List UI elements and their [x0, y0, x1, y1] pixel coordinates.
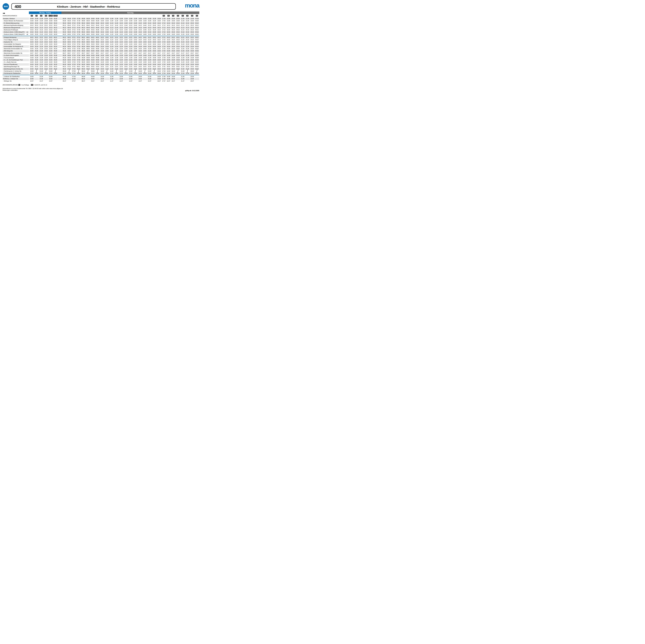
time-cell: 10.40: [104, 22, 110, 24]
time-cell: 21.31: [180, 65, 185, 68]
time-cell: 15.24: [147, 43, 152, 45]
time-cell: 19.24: [29, 43, 34, 45]
detour-route-icon: [87, 69, 89, 73]
time-cell: 19.32: [171, 68, 176, 70]
time-cell: 20.24: [176, 43, 180, 45]
time-cell: 12.09: [119, 20, 124, 22]
time-cell: 09.27: [90, 52, 95, 54]
time-cell: 12.21: [119, 36, 124, 39]
timetable-row: - H.-v.-B.-Str./Hoefelmayer Park19.2920.…: [3, 59, 202, 61]
section-spacer-cell: [58, 57, 62, 59]
time-cell: 23.29: [190, 61, 195, 63]
stop-name-cell: - Bahnhofstr./Immenstädter Str.: [3, 52, 29, 54]
time-cell: 16.29: [157, 61, 161, 63]
time-cell: 10.15: [100, 29, 104, 31]
arrival-departure-label: ab: [27, 33, 28, 35]
time-cell: 11.35: [110, 75, 114, 78]
time-cell: 21.13: [39, 27, 44, 29]
time-cell: 20.21: [34, 36, 39, 39]
time-cell: 18.29: [166, 63, 171, 65]
time-cell: 19.26: [171, 50, 176, 52]
time-cell: 12.26: [119, 50, 124, 52]
time-cell: 23.27: [48, 52, 53, 54]
time-cell: 09.59: [95, 61, 100, 63]
time-cell: 21.08: [39, 18, 44, 20]
time-cell: 23.29: [190, 63, 195, 65]
time-cell: 20.09: [34, 20, 39, 22]
time-cell: 23.37: [48, 80, 53, 82]
time-cell: 22.31: [185, 65, 190, 68]
stop-name-cell: - H.-v.-B.-Str./Hoefelmayer Park: [3, 59, 29, 61]
legend-hs-text: = nicht 24. und 31.12.: [34, 84, 47, 86]
time-cell: 08.21: [81, 36, 86, 39]
time-cell: 23.29: [48, 61, 53, 63]
time-cell: 07.29: [71, 63, 76, 65]
time-cell: 15.16: [147, 31, 152, 33]
badge-slot: [147, 15, 152, 17]
time-cell: 09.58: [95, 57, 100, 59]
time-cell: 17.34: [161, 72, 166, 74]
time-cell: 00.20: [53, 33, 58, 35]
time-cell: 00.24: [53, 45, 58, 48]
time-cell: 22.29: [185, 59, 190, 61]
time-cell: 08.59: [86, 63, 90, 65]
time-cell: 15.52: [152, 39, 157, 41]
time-cell: 16.37: [157, 80, 161, 82]
time-cell: 07.13: [71, 27, 76, 29]
arrival-departure-label: an: [27, 31, 28, 33]
time-cell: 14.59: [143, 63, 147, 65]
time-cell: 10.26: [100, 50, 104, 52]
time-cell: 09.56: [95, 50, 100, 52]
time-cell: 08.54: [86, 43, 90, 45]
time-cell: 12.10: [119, 22, 124, 24]
time-cell: 09.29: [90, 61, 95, 63]
header: BUS 400 Klinikum - Zentrum - Hbf - Stadt…: [0, 0, 202, 10]
badge-slot: [71, 15, 76, 17]
time-cell: 21.28: [180, 57, 185, 59]
valid-from-date: gültig ab: 14.12.2025: [185, 90, 199, 91]
stop-name-cell: - Serrostr./Pfaudlerweg: [3, 63, 29, 65]
time-cell: 09.24: [90, 45, 95, 48]
time-cell: 20.29: [34, 59, 39, 61]
section-spacer-cell: [58, 45, 62, 48]
time-cell: [133, 80, 138, 82]
time-cell: 10.58: [104, 57, 110, 59]
time-cell: 07.56: [76, 50, 81, 52]
time-cell: 22.24: [44, 43, 48, 45]
time-cell: 18.20: [166, 33, 171, 35]
time-cell: 16.26: [157, 50, 161, 52]
time-cell: 10.28: [100, 54, 104, 56]
time-cell: 12.51: [124, 36, 128, 39]
time-cell: 08.39: [86, 20, 90, 22]
badge-slot: [62, 15, 67, 17]
friday-only-badge: Fr: [53, 15, 55, 17]
time-cell: 07.27: [71, 52, 76, 54]
time-cell: 14.56: [143, 50, 147, 52]
time-cell: 21.12: [39, 24, 44, 26]
time-cell: 10.52: [104, 39, 110, 41]
time-cell: 14.54: [143, 45, 147, 48]
time-cell: 21.26: [180, 50, 185, 52]
time-cell: 00.23: [53, 41, 58, 43]
time-cell: 21.37: [39, 80, 44, 82]
time-cell: 20.13: [176, 27, 180, 29]
time-cell: 19.35: [29, 75, 34, 78]
detour-route-icon: [135, 69, 136, 73]
time-cell: 09.31: [90, 65, 95, 68]
timetable-row: - Bahnhofstr./Immenstädter Str.19.2720.2…: [3, 52, 202, 54]
time-cell: [53, 80, 58, 82]
time-cell: 19.24: [29, 45, 34, 48]
time-cell: 23.37: [190, 80, 195, 82]
time-cell: 11.12: [110, 24, 114, 26]
time-cell: 13.26: [128, 50, 133, 52]
time-cell: 21.25: [39, 48, 44, 50]
time-cell: 23.29: [48, 59, 53, 61]
time-cell: 22.23: [44, 41, 48, 43]
time-cell-detour: [185, 70, 190, 72]
time-cell: 16.29: [157, 59, 161, 61]
timetable-page: BUS 400 Klinikum - Zentrum - Hbf - Stadt…: [0, 0, 202, 143]
time-cell: 22.16: [44, 31, 48, 33]
time-cell: 13.13: [128, 27, 133, 29]
time-cell: 21.26: [39, 50, 44, 52]
time-cell: 18.37: [166, 80, 171, 82]
